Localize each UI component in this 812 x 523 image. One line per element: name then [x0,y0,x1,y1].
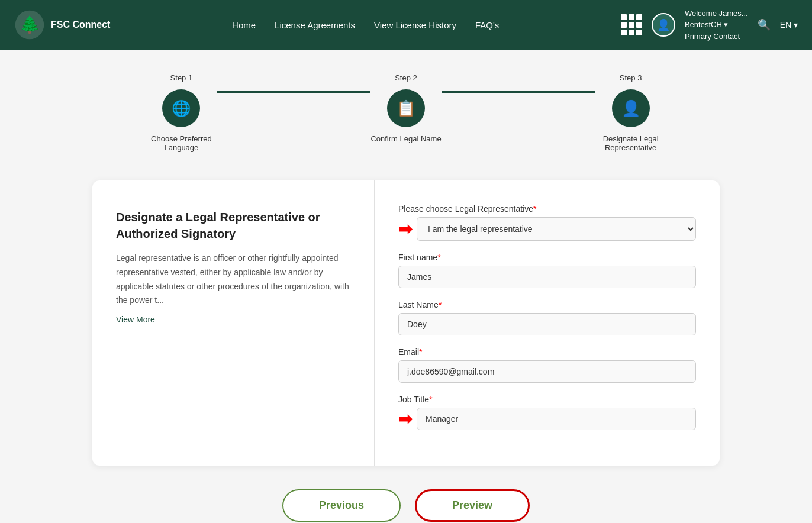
job-title-group: Job Title* ➡ [398,395,696,430]
form-card: Designate a Legal Representative or Auth… [92,180,720,466]
nav-home[interactable]: Home [232,20,256,30]
legal-rep-label: Please choose Legal Representative* [398,204,696,214]
arrow-icon-dropdown: ➡ [398,219,412,239]
nav-faqs[interactable]: FAQ's [475,20,499,30]
job-title-label: Job Title* [398,395,696,404]
nav-view-license-history[interactable]: View License History [374,20,456,30]
stepper: Step 1 🌐 Choose Preferred Language Step … [92,73,720,152]
svg-text:🌲: 🌲 [20,15,40,34]
step-1-top-label: Step 1 [170,73,193,82]
step-3: Step 3 👤 Designate Legal Representative [595,73,666,152]
email-label: Email* [398,347,696,357]
form-title: Designate a Legal Representative or Auth… [116,209,350,242]
brand-name: FSC Connect [51,20,110,30]
step-2-top-label: Step 2 [395,73,417,82]
avatar[interactable]: 👤 [652,13,675,37]
main-content: Step 1 🌐 Choose Preferred Language Step … [80,50,732,523]
last-name-group: Last Name* [398,300,696,335]
email-required: * [419,347,422,357]
first-name-input[interactable] [398,266,696,288]
form-fields-panel: Please choose Legal Representative* ➡ I … [375,180,720,466]
step-connector-1 [217,91,370,93]
header: 🌲 FSC Connect Home License Agreements Vi… [0,0,812,50]
header-right: 👤 Welcome James... BentestCH ▾ Primary C… [621,8,798,43]
brand-logo[interactable]: 🌲 FSC Connect [14,9,110,40]
last-name-required: * [439,300,442,309]
legal-rep-required: * [533,204,536,214]
language-selector[interactable]: EN ▾ [780,20,798,30]
step-connector-2 [442,91,595,93]
main-nav: Home License Agreements View License His… [124,20,607,30]
job-title-input[interactable] [417,408,696,430]
form-description-panel: Designate a Legal Representative or Auth… [92,180,375,466]
search-icon[interactable]: 🔍 [758,18,771,31]
previous-button[interactable]: Previous [282,489,401,522]
grid-menu-icon[interactable] [621,14,642,35]
step-1-circle: 🌐 [162,89,200,127]
welcome-line2[interactable]: BentestCH ▾ [685,19,748,31]
button-row: Previous Preview [92,489,720,522]
step-1: Step 1 🌐 Choose Preferred Language [146,73,217,152]
step-3-circle: 👤 [612,89,650,127]
first-name-required: * [437,253,440,262]
job-title-required: * [429,395,432,404]
form-description: Legal representative is an officer or ot… [116,251,350,308]
first-name-group: First name* [398,253,696,288]
step-3-label: Designate Legal Representative [595,134,666,152]
step-1-label: Choose Preferred Language [146,134,217,152]
view-more-link[interactable]: View More [116,315,350,324]
welcome-text: Welcome James... BentestCH ▾ Primary Con… [685,8,748,43]
step-3-top-label: Step 3 [620,73,642,82]
step-2: Step 2 📋 Confirm Legal Name [370,73,441,143]
first-name-label: First name* [398,253,696,262]
email-group: Email* [398,347,696,383]
legal-rep-select[interactable]: I am the legal representative Designate … [417,217,696,241]
welcome-line3: Primary Contact [685,31,748,43]
legal-rep-group: Please choose Legal Representative* ➡ I … [398,204,696,241]
welcome-line1: Welcome James... [685,8,748,20]
arrow-icon-job-title: ➡ [398,409,412,429]
preview-button[interactable]: Preview [415,489,530,522]
step-2-label: Confirm Legal Name [370,134,441,143]
last-name-label: Last Name* [398,300,696,309]
last-name-input[interactable] [398,313,696,335]
email-input[interactable] [398,360,696,383]
step-2-circle: 📋 [387,89,425,127]
nav-license-agreements[interactable]: License Agreements [275,20,355,30]
